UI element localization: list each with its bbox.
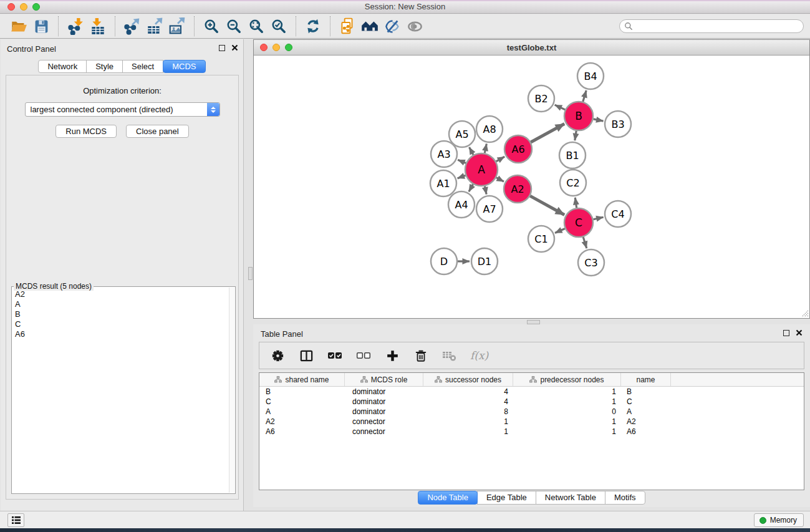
network-graph[interactable]: B4B2BB3A8A5A6A3B1AA1C2A2A4A7C4CC1C3DD1 [254, 56, 809, 319]
task-history-button[interactable] [7, 513, 24, 527]
show-graphics-button[interactable] [403, 16, 426, 36]
graph-node-A8[interactable]: A8 [476, 116, 503, 142]
delete-column-button[interactable] [413, 347, 429, 364]
graph-node-B3[interactable]: B3 [605, 111, 631, 137]
first-neighbors-button[interactable] [359, 16, 381, 36]
graph-edge-B-B3[interactable] [594, 119, 604, 121]
tab-edge-table[interactable]: Edge Table [477, 491, 536, 505]
table-row[interactable]: Cdominator41C [259, 397, 804, 407]
import-network-button[interactable] [64, 16, 87, 36]
graph-edge-A2-C[interactable] [530, 196, 564, 215]
table-row[interactable]: A2connector11A2 [259, 417, 804, 427]
search-input[interactable] [633, 22, 789, 31]
graph-edge-A-A5[interactable] [470, 147, 474, 155]
tab-motifs[interactable]: Motifs [605, 491, 645, 505]
import-table-button[interactable] [87, 16, 109, 36]
deselect-all-button[interactable] [355, 347, 372, 364]
network-canvas[interactable]: B4B2BB3A8A5A6A3B1AA1C2A2A4A7C4CC1C3DD1 [254, 56, 809, 318]
network-window-titlebar[interactable]: testGlobe.txt [254, 40, 809, 56]
graph-node-A5[interactable]: A5 [449, 121, 475, 147]
graph-edge-C-C3[interactable] [583, 237, 587, 248]
graph-edge-B-B4[interactable] [583, 90, 586, 102]
graph-node-C2[interactable]: C2 [560, 170, 586, 196]
column-header-successor-nodes[interactable]: successor nodes [423, 373, 513, 386]
mcds-result-item[interactable]: B [12, 309, 229, 319]
zoom-selected-button[interactable] [268, 16, 290, 36]
graph-node-D1[interactable]: D1 [471, 248, 498, 274]
export-image-button[interactable] [166, 16, 188, 36]
export-table-button[interactable] [143, 16, 166, 36]
column-header-shared-name[interactable]: shared name [259, 373, 345, 386]
graph-edge-A-A8[interactable] [485, 144, 486, 153]
tab-node-table[interactable]: Node Table [418, 491, 478, 505]
window-resize-grip[interactable] [801, 309, 809, 317]
zoom-out-button[interactable] [223, 16, 245, 36]
duplicate-network-button[interactable] [336, 16, 359, 36]
apply-layout-button[interactable] [302, 16, 324, 36]
graph-edge-B-B1[interactable] [575, 131, 576, 141]
graph-node-A3[interactable]: A3 [431, 141, 457, 167]
graph-edge-A-A7[interactable] [485, 186, 487, 194]
graph-node-B[interactable]: B [564, 102, 593, 130]
float-table-panel-button[interactable] [783, 330, 789, 336]
export-network-button[interactable] [121, 16, 143, 36]
graph-node-C[interactable]: C [564, 208, 593, 237]
graph-edge-A-A6[interactable] [496, 157, 505, 162]
optimization-criterion-select[interactable]: largest connected component (directed) [25, 102, 220, 117]
graph-edge-A-A1[interactable] [458, 175, 466, 178]
graph-edge-C-C1[interactable] [555, 229, 565, 233]
memory-button[interactable]: Memory [754, 513, 804, 527]
mcds-result-item[interactable]: A [12, 299, 229, 309]
mcds-result-scrollbar[interactable] [229, 288, 234, 493]
table-row[interactable]: Bdominator41B [259, 387, 804, 397]
delete-table-button[interactable] [441, 347, 458, 364]
column-header-predecessor-nodes[interactable]: predecessor nodes [513, 373, 621, 386]
graph-node-B1[interactable]: B1 [559, 142, 586, 168]
graph-node-B4[interactable]: B4 [577, 63, 604, 89]
search-field[interactable] [619, 19, 804, 33]
float-panel-button[interactable] [219, 45, 225, 51]
mcds-result-item[interactable]: A2 [12, 289, 229, 299]
close-panel-button[interactable]: Close panel [126, 125, 189, 138]
select-all-button[interactable] [327, 347, 343, 364]
gear-button[interactable] [269, 347, 286, 364]
graph-node-D[interactable]: D [431, 248, 457, 274]
zoom-fit-button[interactable] [245, 16, 268, 36]
graph-node-A4[interactable]: A4 [448, 191, 475, 218]
tab-mcds[interactable]: MCDS [163, 60, 205, 73]
graph-edge-C-C4[interactable] [593, 217, 603, 220]
split-pane-button[interactable] [298, 347, 314, 364]
mcds-result-item[interactable]: A6 [12, 329, 229, 339]
tab-network-table[interactable]: Network Table [536, 491, 605, 505]
mcds-result-item[interactable]: C [12, 319, 229, 329]
graph-node-C1[interactable]: C1 [528, 226, 554, 252]
graph-edge-A-A2[interactable] [496, 178, 504, 182]
graph-node-A2[interactable]: A2 [504, 175, 531, 203]
graph-node-A[interactable]: A [465, 153, 498, 186]
tab-select[interactable]: Select [122, 60, 163, 73]
close-panel-icon[interactable] [231, 44, 238, 51]
graph-edge-A-A4[interactable] [469, 184, 473, 191]
run-mcds-button[interactable]: Run MCDS [55, 125, 117, 138]
close-table-panel-icon[interactable] [796, 329, 803, 336]
graph-node-A6[interactable]: A6 [504, 135, 532, 163]
tab-network[interactable]: Network [38, 60, 87, 73]
horizontal-splitter[interactable] [527, 320, 540, 324]
column-header-MCDS-role[interactable]: MCDS role [345, 373, 423, 386]
graph-edge-A-A3[interactable] [458, 160, 466, 163]
add-column-button[interactable] [384, 347, 400, 364]
function-builder-button[interactable]: f(x) [470, 349, 488, 362]
table-row[interactable]: Adominator80A [259, 407, 804, 417]
graph-node-A7[interactable]: A7 [476, 196, 503, 222]
column-header-name[interactable]: name [621, 373, 671, 386]
graph-node-C4[interactable]: C4 [605, 201, 631, 227]
zoom-in-button[interactable] [200, 16, 223, 36]
hide-graphics-button[interactable] [381, 16, 403, 36]
vertical-splitter[interactable] [248, 267, 253, 280]
graph-node-C3[interactable]: C3 [578, 249, 604, 276]
open-file-button[interactable] [7, 16, 30, 36]
graph-edge-A6-B[interactable] [531, 124, 564, 143]
tab-style[interactable]: Style [86, 60, 123, 73]
table-row[interactable]: A6connector11A6 [259, 427, 804, 437]
graph-edge-B-B2[interactable] [555, 105, 566, 110]
